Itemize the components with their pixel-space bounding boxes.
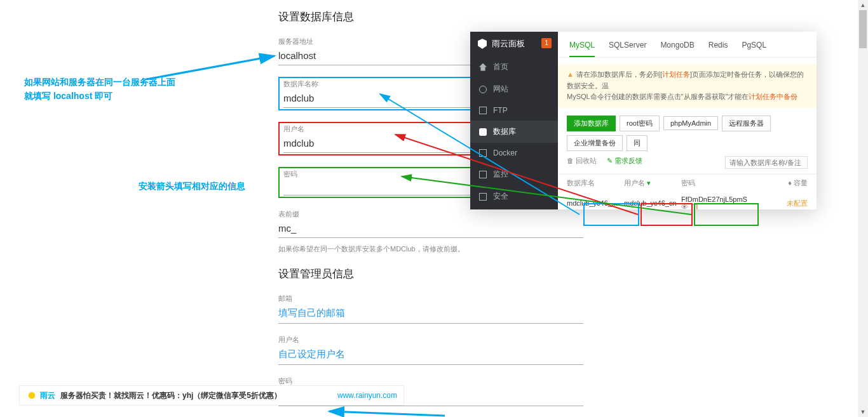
db-tabs: MySQL SQLServer MongoDB Redis PgSQL: [558, 32, 817, 58]
footer-brand: 雨云: [40, 390, 55, 401]
footer-text: 服务器怕买贵！就找雨云！优惠码：yhj（绑定微信享受5折优惠）: [60, 390, 281, 401]
panel-screenshot: 雨云面板 1 首页 网站 FTP 数据库 Docker 监控 安全 MySQL …: [470, 32, 817, 209]
th-pwd: 密码: [681, 178, 745, 188]
password-field[interactable]: 密码: [278, 167, 475, 198]
prefix-field[interactable]: 表前缀 mc_: [278, 209, 583, 238]
table-head: 数据库名 用户名 ▾ 密码 ♦ 容量: [558, 174, 817, 192]
backup-button[interactable]: 企业增量备份: [567, 135, 623, 151]
username-value[interactable]: mdclub: [283, 135, 470, 153]
password-label: 密码: [283, 169, 470, 179]
sidebar-item-database[interactable]: 数据库: [470, 121, 558, 143]
sort-icon: ▾: [647, 179, 651, 187]
email-label: 邮箱: [278, 294, 583, 303]
sun-icon: [26, 390, 37, 401]
feedback-link[interactable]: ✎ 需求反馈: [607, 156, 642, 169]
th-dbname[interactable]: 数据库名: [567, 178, 624, 188]
button-row: 添加数据库 root密码 phpMyAdmin 远程服务器 企业增量备份 同: [558, 112, 817, 155]
sidebar-item-site[interactable]: 网站: [470, 78, 558, 100]
th-user[interactable]: 用户名 ▾: [624, 178, 681, 188]
annotation-arrow-note: 安装箭头填写相对应的信息: [139, 179, 245, 193]
admin-user-placeholder[interactable]: 自己设定用户名: [278, 346, 583, 365]
annotation-line2: 就填写 localhost 即可: [24, 89, 175, 103]
warning-icon: ▲: [567, 70, 574, 78]
annotation-line1: 如果网站和服务器在同一台服务器上面: [24, 75, 175, 89]
th-capacity: ♦ 容量: [745, 178, 808, 188]
sidebar-item-security[interactable]: 安全: [470, 185, 558, 208]
table-row[interactable]: mdclub_yc46_... mdclub_yc46_cn FfDmDnE27…: [558, 192, 817, 209]
sub-row: 🗑 回收站 ✎ 需求反馈: [558, 155, 817, 174]
footer-link[interactable]: www.rainyun.com: [337, 391, 397, 400]
page-scrollbar[interactable]: ▲ ▼: [858, 0, 868, 417]
ftp-icon: [479, 107, 487, 114]
sync-button[interactable]: 同: [627, 135, 648, 151]
username-field[interactable]: 用户名 mdclub: [278, 122, 475, 156]
notification-badge[interactable]: 1: [541, 38, 552, 48]
tab-mysql[interactable]: MySQL: [569, 41, 595, 57]
warn-link1[interactable]: 计划任务: [662, 70, 690, 78]
db-section-title: 设置数据库信息: [278, 10, 583, 24]
add-db-button[interactable]: 添加数据库: [567, 116, 616, 131]
prefix-label: 表前缀: [278, 209, 583, 219]
sidebar-item-docker[interactable]: Docker: [470, 143, 558, 163]
td-user: mdclub_yc46_cn: [624, 199, 681, 207]
footer-bar: 雨云 服务器怕买贵！就找雨云！优惠码：yhj（绑定微信享受5折优惠） www.r…: [19, 385, 404, 406]
tab-redis[interactable]: Redis: [709, 41, 728, 57]
prefix-hint: 如果你希望在同一个数据库安装多个MDClub，请修改前缀。: [278, 244, 583, 254]
warning-box: ▲请在添加数据库后，务必到[计划任务]页面添加定时备份任务，以确保您的数据安全。…: [558, 64, 817, 108]
password-value[interactable]: [283, 180, 470, 195]
docker-icon: [479, 149, 487, 157]
sidebar-item-ftp[interactable]: FTP: [470, 100, 558, 121]
td-pwd: FfDmDnE27njL5pmS👁 📋: [681, 195, 745, 209]
search-input[interactable]: [725, 156, 808, 169]
root-pwd-button[interactable]: root密码: [620, 116, 660, 131]
search-wrap: [725, 156, 808, 169]
sidebar-item-home[interactable]: 首页: [470, 56, 558, 78]
globe-icon: [479, 86, 487, 93]
monitor-icon: [479, 171, 487, 178]
annotation-localhost: 如果网站和服务器在同一台服务器上面 就填写 localhost 即可: [24, 75, 175, 103]
shield-icon: [478, 39, 487, 49]
home-icon: [479, 63, 487, 71]
scroll-up-icon[interactable]: ▲: [858, 0, 868, 10]
admin-user-label: 用户名: [278, 335, 583, 345]
scroll-down-icon[interactable]: ▼: [858, 407, 868, 417]
email-field[interactable]: 邮箱 填写自己的邮箱: [278, 294, 583, 324]
scroll-thumb[interactable]: [859, 10, 867, 48]
sidebar-item-monitor[interactable]: 监控: [470, 163, 558, 185]
database-icon: [479, 128, 487, 136]
tab-mongodb[interactable]: MongoDB: [660, 41, 694, 57]
security-icon: [479, 193, 487, 201]
panel-sidebar: 雨云面板 1 首页 网站 FTP 数据库 Docker 监控 安全: [470, 32, 558, 209]
email-placeholder[interactable]: 填写自己的邮箱: [278, 305, 583, 324]
td-capacity: 未配置: [745, 199, 808, 208]
phpmyadmin-button[interactable]: phpMyAdmin: [663, 116, 718, 130]
panel-main: MySQL SQLServer MongoDB Redis PgSQL ▲请在添…: [558, 32, 817, 209]
admin-pwd-label: 密码: [278, 376, 583, 386]
td-dbname: mdclub_yc46_...: [567, 199, 624, 207]
eye-icon[interactable]: 👁 📋: [681, 203, 699, 209]
tab-pgsql[interactable]: PgSQL: [742, 41, 766, 57]
prefix-value[interactable]: mc_: [278, 220, 583, 238]
recycle-link[interactable]: 🗑 回收站: [567, 156, 597, 169]
panel-title: 雨云面板: [492, 38, 525, 50]
tab-sqlserver[interactable]: SQLServer: [609, 41, 646, 57]
username-label: 用户名: [283, 124, 470, 134]
warn-link2[interactable]: 计划任务中备份: [749, 93, 797, 100]
panel-header: 雨云面板 1: [470, 32, 558, 56]
admin-user-field[interactable]: 用户名 自己设定用户名: [278, 335, 583, 365]
admin-section-title: 设置管理员信息: [278, 267, 583, 281]
remote-server-button[interactable]: 远程服务器: [722, 116, 771, 131]
